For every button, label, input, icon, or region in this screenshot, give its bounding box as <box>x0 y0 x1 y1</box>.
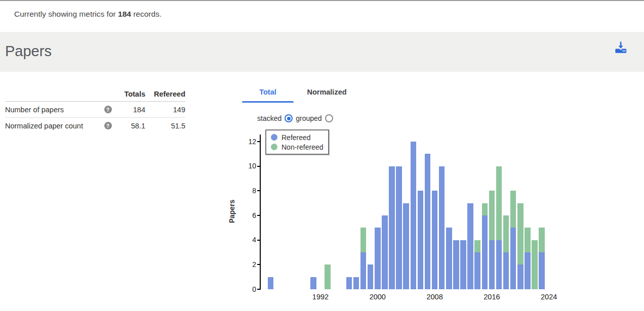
bar-refereed <box>489 240 495 289</box>
bar-refereed <box>474 252 480 289</box>
y-tick-mark <box>257 240 260 241</box>
download-icon <box>613 49 629 57</box>
bar-refereed <box>510 228 516 289</box>
row-refereed-value: 149 <box>145 106 185 114</box>
bar-refereed <box>418 191 424 289</box>
bar-refereed <box>353 277 359 289</box>
legend-item-nonrefereed: Non-refereed <box>271 143 328 151</box>
bar-nonrefereed <box>482 203 488 215</box>
y-axis-title: Papers <box>228 196 236 227</box>
row-label: Normalized paper count <box>5 122 101 130</box>
bar-refereed <box>360 252 367 289</box>
papers-chart: Refereed Non-refereed Papers 02468101219… <box>223 127 572 309</box>
bar-refereed <box>525 252 531 289</box>
refereed-dot-icon <box>271 134 277 141</box>
bar-mode-selector: stacked grouped <box>257 114 333 122</box>
metrics-table-header: Totals Refereed <box>5 87 185 102</box>
records-message-prefix: Currently showing metrics for <box>14 10 116 18</box>
download-button[interactable] <box>612 38 630 57</box>
y-tick-mark <box>257 141 260 142</box>
bar-refereed <box>539 252 545 289</box>
y-tick-mark <box>257 166 260 167</box>
bar-refereed <box>403 203 409 289</box>
bar-nonrefereed <box>360 228 367 252</box>
bar-nonrefereed <box>474 240 480 252</box>
y-tick-mark <box>257 190 260 191</box>
bar-refereed <box>310 277 316 289</box>
metrics-table: Totals Refereed Number of papers ? 184 1… <box>5 87 185 134</box>
x-tick-label: 1992 <box>305 293 336 301</box>
x-tick-label: 2008 <box>420 293 450 301</box>
y-tick-label: 4 <box>236 236 256 244</box>
bar-nonrefereed <box>496 166 502 240</box>
y-tick-label: 8 <box>236 187 256 195</box>
bar-nonrefereed <box>517 203 524 265</box>
stacked-radio[interactable] <box>285 114 293 122</box>
column-header-refereed: Refereed <box>145 90 185 98</box>
bar-refereed <box>346 277 352 289</box>
y-tick-mark <box>257 215 260 216</box>
y-tick-label: 10 <box>236 162 256 170</box>
bar-refereed <box>382 215 388 289</box>
table-row: Normalized paper count ? 58.1 51.5 <box>5 118 185 134</box>
bar-refereed <box>503 252 509 289</box>
records-message: Currently showing metrics for 184 record… <box>14 10 162 19</box>
row-totals-value: 184 <box>114 106 145 114</box>
row-refereed-value: 51.5 <box>145 122 185 130</box>
table-row: Number of papers ? 184 149 <box>5 102 185 118</box>
bar-nonrefereed <box>489 191 495 240</box>
bar-nonrefereed <box>525 228 531 252</box>
records-message-suffix: records. <box>131 10 162 18</box>
tab-normalized[interactable]: Normalized <box>303 88 351 102</box>
bar-refereed <box>425 154 431 289</box>
y-tick-mark <box>257 289 260 290</box>
records-count: 184 <box>118 10 131 18</box>
question-mark-icon[interactable]: ? <box>104 106 112 113</box>
bar-refereed <box>432 191 438 289</box>
grouped-radio-label: grouped <box>296 114 321 122</box>
bar-nonrefereed <box>503 215 509 252</box>
stacked-radio-label: stacked <box>257 114 281 122</box>
x-tick-label: 2024 <box>534 293 564 301</box>
active-tab-underline <box>242 101 294 103</box>
y-tick-label: 12 <box>236 138 256 146</box>
y-tick-label: 2 <box>236 260 256 269</box>
top-message-strip: Currently showing metrics for 184 record… <box>0 1 644 32</box>
y-axis <box>260 135 261 290</box>
bar-refereed <box>411 142 417 289</box>
bar-nonrefereed <box>539 228 545 252</box>
chart-tabs: Total Normalized <box>223 88 425 103</box>
tab-total[interactable]: Total <box>242 88 294 102</box>
y-tick-label: 0 <box>236 285 256 293</box>
grouped-radio[interactable] <box>325 114 333 122</box>
y-tick-mark <box>257 264 260 265</box>
row-label: Number of papers <box>5 106 101 114</box>
bar-refereed <box>375 228 381 289</box>
papers-section-header: Papers <box>0 32 644 72</box>
bar-refereed <box>268 277 274 289</box>
column-header-totals: Totals <box>114 90 145 98</box>
row-totals-value: 58.1 <box>114 122 145 130</box>
bar-nonrefereed <box>532 240 538 289</box>
bar-refereed <box>446 228 452 289</box>
x-tick-label: 2000 <box>363 293 393 301</box>
bar-refereed <box>389 166 395 289</box>
bar-nonrefereed <box>325 264 331 289</box>
bar-refereed <box>517 264 524 289</box>
page-title: Papers <box>5 43 52 60</box>
bar-refereed <box>396 166 402 289</box>
x-tick-label: 2016 <box>476 293 507 301</box>
bar-refereed <box>453 240 459 289</box>
question-mark-icon[interactable]: ? <box>104 122 112 129</box>
y-tick-label: 6 <box>236 211 256 219</box>
bar-refereed <box>467 203 473 289</box>
bar-refereed <box>460 240 466 289</box>
chart-legend: Refereed Non-refereed <box>265 129 329 155</box>
bar-refereed <box>439 166 445 289</box>
bar-refereed <box>496 240 502 289</box>
bar-refereed <box>482 215 488 289</box>
legend-item-refereed: Refereed <box>271 134 328 142</box>
nonrefereed-dot-icon <box>271 144 277 150</box>
bar-nonrefereed <box>510 191 516 228</box>
bar-refereed <box>368 264 374 289</box>
